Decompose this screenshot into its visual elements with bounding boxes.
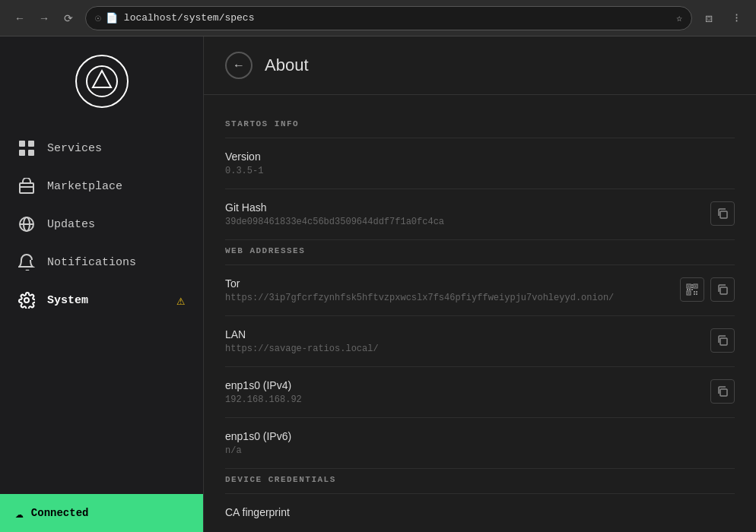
back-button[interactable]: ← (225, 52, 253, 79)
tor-label: Tor (225, 277, 671, 290)
ca-fingerprint-content: CA fingerprint (225, 506, 735, 521)
ipv6-content: enp1s0 (IPv6) n/a (225, 430, 735, 456)
warning-badge: ⚠ (176, 292, 185, 309)
svg-rect-16 (695, 286, 697, 287)
sidebar-item-label: Updates (47, 218, 95, 231)
svg-rect-4 (19, 150, 25, 156)
svg-rect-18 (688, 293, 690, 294)
git-hash-label: Git Hash (225, 201, 701, 214)
sidebar-item-updates[interactable]: Updates (0, 205, 203, 243)
tor-copy-button[interactable] (710, 277, 735, 302)
git-hash-value: 39de098461833e4c56bd3509644ddf7f1a0fc4ca (225, 217, 701, 227)
globe-icon (18, 216, 35, 233)
lan-content: LAN https://savage-ratios.local/ (225, 328, 701, 354)
reload-button[interactable]: ⟳ (58, 8, 79, 29)
sidebar-item-system[interactable]: System ⚠ (0, 281, 203, 319)
extensions-button[interactable]: ⧈ (698, 8, 719, 29)
sidebar-item-services[interactable]: Services (0, 129, 203, 167)
star-icon[interactable]: ☆ (676, 12, 682, 24)
svg-rect-21 (694, 293, 695, 295)
sidebar-item-marketplace[interactable]: Marketplace (0, 167, 203, 205)
svg-rect-24 (691, 287, 693, 288)
svg-rect-20 (696, 291, 697, 293)
ca-fingerprint-row: CA fingerprint (225, 493, 735, 532)
ipv4-value: 192.168.168.92 (225, 394, 701, 405)
browser-chrome: ← → ⟳ ☉ 📄 localhost/system/specs ☆ ⧈ ⁝ (0, 0, 756, 36)
tor-content: Tor https://3ip7gfcrfzynhfsk5hftvzpxwcsl… (225, 277, 671, 303)
page-title: About (265, 55, 309, 75)
git-hash-actions (710, 201, 735, 226)
ipv6-label: enp1s0 (IPv6) (225, 430, 735, 442)
logo-icon (85, 65, 119, 98)
git-hash-copy-button[interactable] (710, 201, 735, 226)
svg-rect-29 (720, 338, 727, 345)
sidebar-item-label: Services (47, 142, 102, 155)
lan-actions (710, 328, 735, 353)
svg-rect-6 (20, 183, 33, 193)
settings-icon (18, 292, 35, 309)
svg-rect-14 (688, 286, 690, 287)
svg-rect-26 (689, 289, 691, 290)
version-value: 0.3.5-1 (225, 166, 735, 176)
svg-rect-23 (691, 284, 693, 286)
logo-circle (75, 55, 129, 108)
version-content: Version 0.3.5-1 (225, 150, 735, 176)
tor-qr-button[interactable] (680, 277, 704, 302)
svg-rect-28 (720, 287, 727, 294)
address-bar[interactable]: ☉ 📄 localhost/system/specs ☆ (85, 6, 692, 30)
forward-nav-button[interactable]: → (33, 8, 55, 29)
web-addresses-section: WEB ADDRESSES Tor https://3ip7gfcrfzynhf… (225, 246, 735, 469)
sidebar-item-label: Notifications (47, 256, 136, 269)
menu-button[interactable]: ⁝ (726, 8, 747, 29)
ipv4-copy-button[interactable] (710, 379, 735, 404)
shield-icon: ☉ (95, 12, 101, 24)
tor-value: https://3ip7gfcrfzynhfsk5hftvzpxwcslx7fs… (225, 293, 671, 303)
main-content: ← About STARTOS INFO Version 0.3.5-1 Gi (204, 36, 756, 532)
version-row: Version 0.3.5-1 (225, 138, 735, 188)
git-hash-content: Git Hash 39de098461833e4c56bd3509644ddf7… (225, 201, 701, 227)
startos-info-section: STARTOS INFO Version 0.3.5-1 Git Hash 39… (225, 119, 735, 240)
address-bar-security-icons: ☉ 📄 (95, 12, 118, 24)
connection-status[interactable]: ☁ Connected (0, 494, 203, 532)
sidebar: Services Marketplace (0, 36, 204, 532)
svg-rect-25 (687, 289, 688, 290)
store-icon (18, 178, 35, 195)
svg-point-11 (24, 298, 29, 302)
sidebar-navigation: Services Marketplace (0, 123, 203, 494)
browser-nav-buttons: ← → ⟳ (9, 8, 79, 29)
bell-icon (18, 254, 35, 271)
lan-copy-button[interactable] (710, 328, 735, 353)
tor-row: Tor https://3ip7gfcrfzynhfsk5hftvzpxwcsl… (225, 264, 735, 315)
ipv4-row: enp1s0 (IPv4) 192.168.168.92 (225, 366, 735, 417)
browser-actions: ⧈ ⁝ (698, 8, 747, 29)
page-header: ← About (204, 36, 756, 95)
tor-actions (680, 277, 735, 302)
ipv4-actions (710, 379, 735, 404)
svg-rect-27 (691, 289, 693, 290)
grid-icon (18, 140, 35, 157)
svg-rect-30 (720, 389, 727, 396)
svg-rect-22 (696, 293, 697, 295)
svg-rect-19 (694, 291, 695, 293)
ipv4-content: enp1s0 (IPv4) 192.168.168.92 (225, 379, 701, 405)
connection-label: Connected (31, 507, 89, 519)
startos-info-header: STARTOS INFO (225, 119, 735, 128)
ipv6-value: n/a (225, 445, 735, 456)
git-hash-row: Git Hash 39de098461833e4c56bd3509644ddf7… (225, 188, 735, 240)
ipv4-label: enp1s0 (IPv4) (225, 379, 701, 391)
svg-rect-3 (28, 141, 34, 147)
svg-rect-12 (720, 211, 727, 218)
web-addresses-header: WEB ADDRESSES (225, 246, 735, 255)
version-label: Version (225, 150, 735, 163)
device-credentials-header: DEVICE CREDENTIALS (225, 475, 735, 484)
sidebar-item-label: System (47, 294, 88, 307)
lan-row: LAN https://savage-ratios.local/ (225, 315, 735, 366)
page-icon: 📄 (106, 12, 118, 24)
sidebar-item-label: Marketplace (47, 180, 122, 193)
ca-fingerprint-label: CA fingerprint (225, 506, 735, 518)
sidebar-item-notifications[interactable]: Notifications (0, 243, 203, 281)
device-credentials-section: DEVICE CREDENTIALS CA fingerprint (225, 475, 735, 532)
ipv6-row: enp1s0 (IPv6) n/a (225, 417, 735, 469)
app-container: Services Marketplace (0, 36, 756, 532)
back-nav-button[interactable]: ← (9, 8, 30, 29)
